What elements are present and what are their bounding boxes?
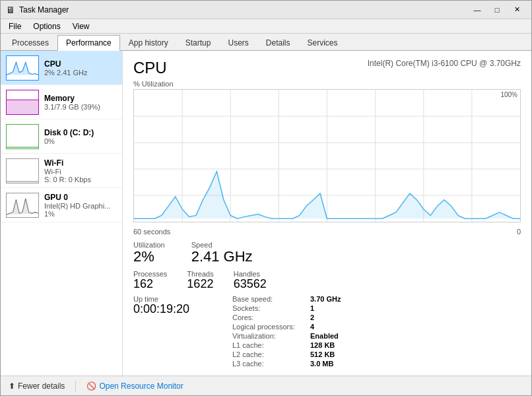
sidebar-info-memory: Memory 3.1/7.9 GB (39%) <box>44 94 117 111</box>
main-content: CPU 2% 2.41 GHz Memory 3.1/7.9 GB (39%) <box>1 51 531 376</box>
bottom-bar: ⬆ Fewer details 🚫 Open Resource Monitor <box>1 376 531 395</box>
info-row-l2: L2 cache: 512 KB <box>232 350 341 358</box>
stat-utilization: Utilization 2% <box>133 241 165 265</box>
chart-area: 100% <box>133 89 521 222</box>
chart-time-labels: 60 seconds 0 <box>133 228 521 236</box>
tab-app-history[interactable]: App history <box>120 34 177 50</box>
sidebar-disk-detail: 0% <box>44 137 117 145</box>
open-resource-monitor-label: Open Resource Monitor <box>99 381 183 391</box>
stats-row-3: Up time 0:00:19:20 Base speed: 3.70 GHz … <box>133 295 521 368</box>
sidebar-gpu-detail1: Intel(R) HD Graphi... <box>44 202 117 210</box>
svg-rect-0 <box>7 100 38 114</box>
title-bar-left: 🖥 Task Manager <box>6 5 69 15</box>
title-bar: 🖥 Task Manager — □ ✕ <box>1 1 531 19</box>
detail-subtitle: Intel(R) Core(TM) i3-6100 CPU @ 3.70GHz <box>368 59 521 68</box>
sidebar-wifi-detail1: Wi-Fi <box>44 168 117 176</box>
util-label: % Utilization <box>133 80 521 88</box>
stat-uptime-col: Up time 0:00:19:20 <box>133 295 213 368</box>
info-row-cores: Cores: 2 <box>232 314 341 321</box>
info-val-sockets: 1 <box>310 304 314 312</box>
sidebar-wifi-detail2: S: 0 R: 0 Kbps <box>44 176 117 183</box>
sidebar-disk-name: Disk 0 (C: D:) <box>44 128 117 137</box>
info-key-l3: L3 cache: <box>232 360 305 368</box>
stats-row-1: Utilization 2% Speed 2.41 GHz <box>133 241 521 265</box>
info-val-l2: 512 KB <box>310 350 335 358</box>
sidebar-memory-detail: 3.1/7.9 GB (39%) <box>44 103 117 111</box>
handles-value: 63562 <box>234 278 267 291</box>
info-row-l1: L1 cache: 128 KB <box>232 341 341 349</box>
menu-bar: File Options View <box>1 19 531 34</box>
info-val-l3: 3.0 MB <box>310 360 333 368</box>
info-row-virt: Virtualization: Enabled <box>232 332 341 340</box>
info-key-sockets: Sockets: <box>232 304 305 312</box>
tab-bar: Processes Performance App history Startu… <box>1 34 531 51</box>
sidebar-wifi-name: Wi-Fi <box>44 158 117 168</box>
sidebar-item-cpu[interactable]: CPU 2% 2.41 GHz <box>1 51 122 85</box>
sidebar-cpu-detail: 2% 2.41 GHz <box>44 69 117 77</box>
speed-value: 2.41 GHz <box>191 249 253 265</box>
info-val-cores: 2 <box>310 314 314 321</box>
tab-services[interactable]: Services <box>299 34 347 50</box>
info-key-l2: L2 cache: <box>232 350 305 358</box>
info-key-cores: Cores: <box>232 314 305 321</box>
info-val-l1: 128 KB <box>310 341 335 349</box>
info-key-virt: Virtualization: <box>232 332 305 340</box>
processes-value: 162 <box>133 278 167 291</box>
info-row-base-speed: Base speed: 3.70 GHz <box>232 295 341 303</box>
stat-handles: Handles 63562 <box>234 270 267 291</box>
info-key-l1: L1 cache: <box>232 341 305 349</box>
menu-view[interactable]: View <box>67 20 95 32</box>
info-val-virt: Enabled <box>310 332 339 340</box>
sidebar-item-memory[interactable]: Memory 3.1/7.9 GB (39%) <box>1 85 122 119</box>
stat-processes: Processes 162 <box>133 270 167 291</box>
sidebar-item-disk[interactable]: Disk 0 (C: D:) 0% <box>1 119 122 154</box>
menu-options[interactable]: Options <box>28 20 65 32</box>
info-key-base-speed: Base speed: <box>232 295 305 303</box>
sidebar-gpu-name: GPU 0 <box>44 193 117 202</box>
stat-speed: Speed 2.41 GHz <box>191 241 253 265</box>
sidebar-item-gpu[interactable]: GPU 0 Intel(R) HD Graphi... 1% <box>1 188 122 222</box>
divider <box>75 381 76 391</box>
tab-users[interactable]: Users <box>219 34 257 50</box>
minimize-button[interactable]: — <box>468 3 486 16</box>
chevron-up-icon: ⬆ <box>9 381 15 391</box>
sidebar-gpu-detail2: 1% <box>44 210 117 218</box>
detail-panel: CPU Intel(R) Core(TM) i3-6100 CPU @ 3.70… <box>123 51 531 376</box>
sidebar-thumb-mem <box>6 90 39 115</box>
fewer-details-label: Fewer details <box>18 381 65 391</box>
stats-row-2: Processes 162 Threads 1622 Handles 63562 <box>133 270 521 291</box>
resource-monitor-icon: 🚫 <box>86 381 96 391</box>
tab-processes[interactable]: Processes <box>3 34 57 50</box>
detail-header: CPU Intel(R) Core(TM) i3-6100 CPU @ 3.70… <box>133 59 521 77</box>
info-val-base-speed: 3.70 GHz <box>310 295 341 303</box>
info-row-sockets: Sockets: 1 <box>232 304 341 312</box>
sidebar-info-disk: Disk 0 (C: D:) 0% <box>44 128 117 145</box>
title-bar-controls: — □ ✕ <box>468 3 526 16</box>
chart-zero-label: 0 <box>517 228 521 236</box>
tab-startup[interactable]: Startup <box>177 34 220 50</box>
chart-seconds-label: 60 seconds <box>133 228 170 236</box>
sidebar-info-cpu: CPU 2% 2.41 GHz <box>44 59 117 77</box>
cpu-chart-svg <box>134 90 520 222</box>
sidebar-item-wifi[interactable]: Wi-Fi Wi-Fi S: 0 R: 0 Kbps <box>1 154 122 188</box>
sidebar: CPU 2% 2.41 GHz Memory 3.1/7.9 GB (39%) <box>1 51 123 376</box>
maximize-button[interactable]: □ <box>488 3 506 16</box>
tab-details[interactable]: Details <box>257 34 299 50</box>
close-button[interactable]: ✕ <box>508 3 526 16</box>
sidebar-memory-name: Memory <box>44 94 117 103</box>
sidebar-info-gpu: GPU 0 Intel(R) HD Graphi... 1% <box>44 193 117 218</box>
util-value: 2% <box>133 249 165 265</box>
sidebar-thumb-disk <box>6 124 39 149</box>
stat-uptime: Up time 0:00:19:20 <box>133 295 213 316</box>
open-resource-monitor-button[interactable]: 🚫 Open Resource Monitor <box>86 381 183 391</box>
task-manager-window: 🖥 Task Manager — □ ✕ File Options View P… <box>0 0 532 396</box>
tab-performance[interactable]: Performance <box>57 35 120 51</box>
info-row-l3: L3 cache: 3.0 MB <box>232 360 341 368</box>
info-col-left: Base speed: 3.70 GHz Sockets: 1 Cores: 2 <box>232 295 341 368</box>
fewer-details-button[interactable]: ⬆ Fewer details <box>9 381 65 391</box>
info-grid: Base speed: 3.70 GHz Sockets: 1 Cores: 2 <box>232 295 341 368</box>
menu-file[interactable]: File <box>3 20 26 32</box>
sidebar-thumb-wifi <box>6 158 39 183</box>
info-row-logical: Logical processors: 4 <box>232 323 341 331</box>
sidebar-thumb-cpu <box>6 55 39 81</box>
